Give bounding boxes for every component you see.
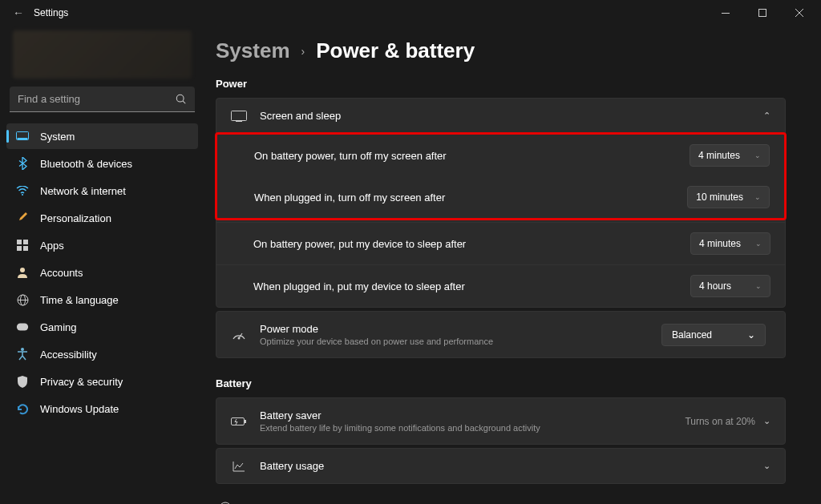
setting-label: On battery power, turn off my screen aft… [254, 150, 677, 162]
power-mode-header[interactable]: Power mode Optimize your device based on… [216, 312, 785, 357]
chevron-down-icon: ⌄ [763, 416, 770, 426]
setting-plugged-screen-off: When plugged in, turn off my screen afte… [217, 176, 784, 218]
sidebar: System Bluetooth & devices Network & int… [0, 26, 204, 504]
svg-rect-13 [17, 324, 28, 331]
sidebar-item-gaming[interactable]: Gaming [6, 314, 198, 340]
sidebar-item-label: Time & language [40, 294, 119, 306]
svg-point-14 [21, 348, 24, 351]
battery-usage-header[interactable]: Battery usage ⌄ [216, 449, 785, 483]
section-power-label: Power [216, 78, 786, 90]
svg-rect-8 [17, 246, 22, 251]
sidebar-item-network[interactable]: Network & internet [6, 178, 198, 204]
svg-rect-4 [18, 138, 28, 139]
shield-icon [16, 375, 29, 388]
battery-saver-header[interactable]: Battery saver Extend battery life by lim… [216, 398, 785, 444]
system-icon [16, 130, 29, 143]
chevron-down-icon: ⌄ [747, 329, 755, 341]
sidebar-item-accessibility[interactable]: Accessibility [6, 341, 198, 367]
update-icon [16, 402, 29, 415]
sidebar-item-windows-update[interactable]: Windows Update [6, 396, 198, 421]
close-button[interactable] [781, 0, 818, 26]
svg-point-10 [20, 268, 25, 272]
search-icon [176, 94, 187, 105]
status-text: Turns on at 20% [685, 416, 755, 427]
wifi-icon [16, 184, 29, 197]
chevron-down-icon: ⌄ [755, 282, 762, 290]
chevron-down-icon: ⌄ [755, 240, 762, 248]
setting-plugged-sleep: When plugged in, put my device to sleep … [216, 264, 785, 307]
screen-icon [231, 111, 247, 122]
setting-label: On battery power, put my device to sleep… [253, 238, 677, 250]
breadcrumb-parent[interactable]: System [216, 38, 290, 63]
person-icon [16, 266, 29, 279]
dropdown-battery-sleep[interactable]: 4 minutes⌄ [690, 232, 770, 255]
minimize-button[interactable] [707, 0, 744, 26]
svg-rect-7 [23, 240, 28, 244]
bluetooth-icon [16, 157, 29, 170]
section-battery-label: Battery [216, 377, 786, 389]
card-title: Battery usage [260, 460, 750, 472]
setting-label: When plugged in, turn off my screen afte… [254, 192, 674, 204]
sidebar-item-label: Accounts [40, 267, 83, 279]
window-title: Settings [34, 7, 68, 18]
dropdown-battery-screen-off[interactable]: 4 minutes⌄ [690, 144, 770, 167]
svg-rect-1 [759, 10, 766, 17]
sidebar-item-label: Privacy & security [40, 376, 123, 388]
breadcrumb-current: Power & battery [316, 38, 475, 63]
dropdown-plugged-sleep[interactable]: 4 hours⌄ [690, 275, 770, 297]
setting-battery-sleep: On battery power, put my device to sleep… [216, 222, 785, 264]
sidebar-item-personalization[interactable]: Personalization [6, 205, 198, 231]
sidebar-item-label: Apps [40, 240, 64, 252]
screen-sleep-card: Screen and sleep ⌃ On battery power, tur… [216, 98, 786, 308]
nav-list: System Bluetooth & devices Network & int… [6, 123, 198, 421]
sidebar-item-privacy[interactable]: Privacy & security [6, 369, 198, 394]
power-mode-card: Power mode Optimize your device based on… [216, 311, 786, 358]
sidebar-item-label: Personalization [40, 212, 111, 224]
dropdown-plugged-screen-off[interactable]: 10 minutes⌄ [687, 186, 770, 208]
search-input[interactable] [10, 87, 195, 112]
profile-card[interactable] [13, 30, 192, 79]
sidebar-item-apps[interactable]: Apps [6, 232, 198, 258]
svg-point-5 [22, 194, 23, 196]
sidebar-item-label: Gaming [40, 321, 77, 333]
dropdown-power-mode[interactable]: Balanced⌄ [661, 324, 766, 346]
battery-usage-card: Battery usage ⌄ [216, 448, 786, 484]
apps-icon [16, 239, 29, 252]
card-title: Power mode [260, 323, 649, 335]
maximize-button[interactable] [744, 0, 781, 26]
chevron-right-icon: › [301, 45, 305, 58]
sidebar-item-label: Accessibility [40, 349, 97, 361]
gaming-icon [16, 321, 29, 333]
sidebar-item-system[interactable]: System [6, 123, 198, 149]
svg-point-2 [176, 95, 184, 102]
help-row: Get help [216, 487, 786, 504]
titlebar: ← Settings [0, 0, 821, 26]
breadcrumb: System › Power & battery [216, 38, 786, 63]
back-button[interactable]: ← [13, 6, 24, 19]
svg-rect-9 [23, 246, 28, 251]
svg-rect-0 [722, 13, 730, 14]
globe-icon [16, 293, 29, 306]
chevron-down-icon: ⌄ [754, 193, 761, 201]
card-subtitle: Optimize your device based on power use … [260, 337, 649, 346]
svg-point-17 [238, 337, 241, 339]
screen-sleep-header[interactable]: Screen and sleep ⌃ [216, 99, 785, 133]
svg-rect-16 [236, 121, 242, 122]
sidebar-item-time-language[interactable]: Time & language [6, 287, 198, 312]
svg-rect-19 [245, 420, 246, 423]
gauge-icon [231, 329, 247, 341]
brush-icon [16, 212, 29, 224]
sidebar-item-label: Bluetooth & devices [40, 158, 132, 170]
card-title: Screen and sleep [260, 110, 750, 122]
sidebar-item-bluetooth[interactable]: Bluetooth & devices [6, 151, 198, 176]
sidebar-item-label: Network & internet [40, 185, 126, 197]
chevron-up-icon: ⌃ [763, 111, 770, 121]
setting-label: When plugged in, put my device to sleep … [253, 280, 677, 292]
setting-battery-screen-off: On battery power, turn off my screen aft… [217, 135, 784, 176]
battery-saver-card: Battery saver Extend battery life by lim… [216, 397, 786, 445]
sidebar-item-accounts[interactable]: Accounts [6, 260, 198, 285]
accessibility-icon [16, 348, 29, 361]
highlight-annotation: On battery power, turn off my screen aft… [215, 132, 787, 220]
chevron-down-icon: ⌄ [754, 151, 761, 159]
chevron-down-icon: ⌄ [763, 461, 770, 471]
